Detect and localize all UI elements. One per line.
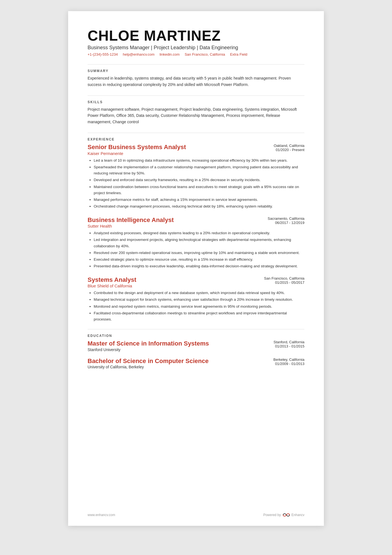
edu-location-1: Stanford, California bbox=[274, 340, 304, 344]
exp-dates-1: 01/2020 - Present bbox=[274, 148, 304, 152]
skills-divider bbox=[88, 95, 304, 96]
bullet-3-4: Facilitated cross-departmental collabora… bbox=[94, 310, 304, 323]
exp-location-3: San Francisco, California bbox=[264, 276, 304, 280]
resume-page: CHLOE MARTINEZ Business Systems Manager … bbox=[68, 11, 324, 526]
edu-entry-1: Master of Science in Information Systems… bbox=[88, 340, 304, 352]
edu-location-2: Berkeley, California bbox=[273, 357, 304, 362]
exp-left-1: Senior Business Systems Analyst Kaiser P… bbox=[88, 144, 186, 157]
edu-degree-1: Master of Science in Information Systems bbox=[88, 340, 209, 347]
edu-degree-2: Bachelor of Science in Computer Science bbox=[88, 357, 209, 365]
exp-title-3: Systems Analyst bbox=[88, 276, 136, 283]
experience-section: EXPERIENCE Senior Business Systems Analy… bbox=[88, 137, 304, 322]
edu-entry-2: Bachelor of Science in Computer Science … bbox=[88, 357, 304, 369]
bullet-2-5: Presented data-driven insights to execut… bbox=[94, 263, 304, 269]
bullet-1-6: Orchestrated change management processes… bbox=[94, 203, 304, 209]
summary-label: SUMMARY bbox=[88, 69, 304, 73]
exp-bullets-3: Contributed to the design and deployment… bbox=[88, 290, 304, 322]
bullet-3-2: Managed technical support for branch sys… bbox=[94, 297, 304, 303]
bullet-2-2: Led integration and improvement projects… bbox=[94, 237, 304, 249]
contact-email[interactable]: help@enhancv.com bbox=[123, 52, 155, 56]
exp-company-1: Kaiser Permanente bbox=[88, 151, 186, 156]
exp-header-2: Business Intelligence Analyst Sutter Hea… bbox=[88, 216, 304, 230]
footer-website: www.enhancv.com bbox=[88, 513, 115, 517]
education-divider bbox=[88, 329, 304, 329]
bullet-2-3: Resolved over 200 system-related operati… bbox=[94, 250, 304, 256]
bullet-1-2: Spearheaded the implementation of a cust… bbox=[94, 164, 304, 177]
exp-location-2: Sacramento, California bbox=[268, 216, 304, 221]
summary-divider bbox=[88, 64, 304, 65]
powered-by-label: Powered by bbox=[263, 513, 281, 517]
experience-label: EXPERIENCE bbox=[88, 137, 304, 141]
exp-right-3: San Francisco, California 01/2015 - 05/2… bbox=[264, 276, 304, 285]
skills-text: Project management software, Project man… bbox=[88, 106, 304, 125]
exp-bullets-2: Analyzed existing processes, designed da… bbox=[88, 230, 304, 270]
exp-left-2: Business Intelligence Analyst Sutter Hea… bbox=[88, 216, 174, 230]
bullet-2-1: Analyzed existing processes, designed da… bbox=[94, 230, 304, 236]
exp-title-1: Senior Business Systems Analyst bbox=[88, 144, 186, 151]
exp-header-1: Senior Business Systems Analyst Kaiser P… bbox=[88, 144, 304, 157]
experience-divider bbox=[88, 133, 304, 133]
contact-location: San Francisco, California bbox=[185, 52, 225, 56]
exp-dates-3: 01/2015 - 05/2017 bbox=[264, 280, 304, 285]
header: CHLOE MARTINEZ Business Systems Manager … bbox=[88, 28, 304, 56]
exp-left-3: Systems Analyst Blue Shield of Californi… bbox=[88, 276, 136, 290]
exp-title-2: Business Intelligence Analyst bbox=[88, 216, 174, 224]
bullet-1-1: Led a team of 10 in optimizing data infr… bbox=[94, 157, 304, 164]
exp-bullets-1: Led a team of 10 in optimizing data infr… bbox=[88, 157, 304, 210]
experience-entry-2: Business Intelligence Analyst Sutter Hea… bbox=[88, 216, 304, 270]
bullet-1-3: Developed and enforced data security fra… bbox=[94, 177, 304, 183]
footer-brand: Powered by Enhancv bbox=[263, 512, 304, 517]
summary-section: SUMMARY Experienced in leadership, syste… bbox=[88, 69, 304, 88]
bullet-1-4: Maintained coordination between cross-fu… bbox=[94, 184, 304, 196]
summary-text: Experienced in leadership, systems strat… bbox=[88, 75, 304, 88]
exp-dates-2: 06/2017 - 12/2019 bbox=[268, 221, 304, 225]
edu-right-2: Berkeley, California 01/2009 - 01/2013 bbox=[273, 357, 304, 366]
edu-dates-1: 01/2013 - 01/2015 bbox=[274, 344, 304, 348]
bullet-1-5: Managed performance metrics for staff, a… bbox=[94, 197, 304, 203]
enhancv-logo-icon bbox=[282, 512, 290, 517]
exp-company-2: Sutter Health bbox=[88, 224, 174, 228]
edu-school-2: University of California, Berkeley bbox=[88, 365, 209, 369]
enhancv-brand-name: Enhancv bbox=[291, 513, 304, 517]
skills-label: SKILLS bbox=[88, 100, 304, 104]
experience-entry-1: Senior Business Systems Analyst Kaiser P… bbox=[88, 144, 304, 210]
enhancv-logo: Enhancv bbox=[282, 512, 304, 517]
page-footer: www.enhancv.com Powered by Enhancv bbox=[88, 512, 304, 517]
exp-header-3: Systems Analyst Blue Shield of Californi… bbox=[88, 276, 304, 290]
contact-extra: Extra Field bbox=[230, 52, 247, 56]
education-section: EDUCATION Master of Science in Informati… bbox=[88, 334, 304, 369]
contact-linkedin[interactable]: linkedin.com bbox=[160, 52, 180, 56]
education-label: EDUCATION bbox=[88, 334, 304, 338]
edu-school-1: Stanford University bbox=[88, 347, 209, 352]
bullet-3-3: Monitored and reported system metrics, m… bbox=[94, 304, 304, 310]
skills-section: SKILLS Project management software, Proj… bbox=[88, 100, 304, 125]
bullet-3-1: Contributed to the design and deployment… bbox=[94, 290, 304, 296]
exp-right-1: Oakland, California 01/2020 - Present bbox=[274, 144, 304, 152]
edu-left-1: Master of Science in Information Systems… bbox=[88, 340, 209, 352]
exp-right-2: Sacramento, California 06/2017 - 12/2019 bbox=[268, 216, 304, 225]
candidate-title: Business Systems Manager | Project Leade… bbox=[88, 45, 304, 51]
exp-company-3: Blue Shield of California bbox=[88, 283, 136, 288]
bullet-2-4: Executed strategic plans to optimize res… bbox=[94, 256, 304, 263]
edu-right-1: Stanford, California 01/2013 - 01/2015 bbox=[274, 340, 304, 348]
exp-location-1: Oakland, California bbox=[274, 144, 304, 148]
edu-dates-2: 01/2009 - 01/2013 bbox=[273, 362, 304, 366]
experience-entry-3: Systems Analyst Blue Shield of Californi… bbox=[88, 276, 304, 323]
contact-info: +1-(234)-555-1234 help@enhancv.com linke… bbox=[88, 52, 304, 56]
edu-left-2: Bachelor of Science in Computer Science … bbox=[88, 357, 209, 369]
candidate-name: CHLOE MARTINEZ bbox=[88, 28, 304, 44]
contact-phone[interactable]: +1-(234)-555-1234 bbox=[88, 52, 118, 56]
